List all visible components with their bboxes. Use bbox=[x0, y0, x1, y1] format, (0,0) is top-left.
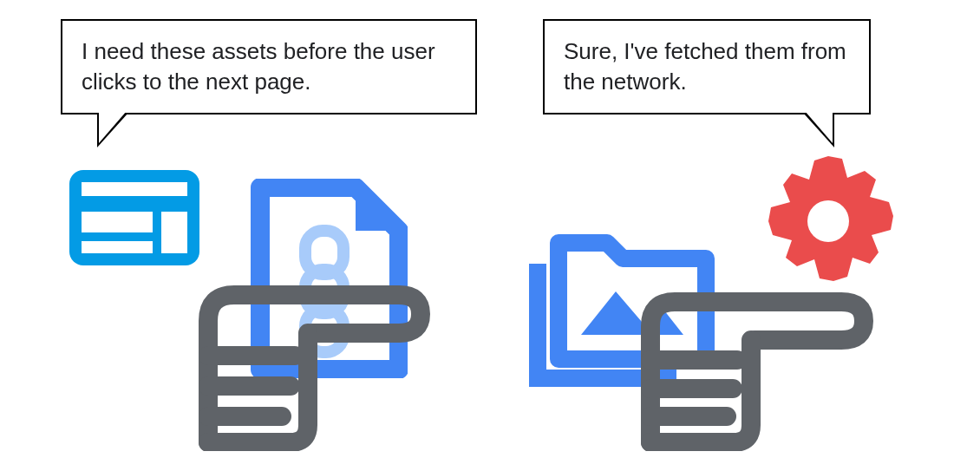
speech-text-right: Sure, I've fetched them from the network… bbox=[564, 38, 846, 95]
svg-rect-2 bbox=[82, 212, 153, 232]
speech-bubble-left: I need these assets before the user clic… bbox=[61, 19, 477, 114]
svg-rect-4 bbox=[82, 241, 153, 253]
svg-rect-1 bbox=[82, 182, 187, 196]
svg-rect-3 bbox=[161, 212, 187, 253]
speech-text-left: I need these assets before the user clic… bbox=[82, 38, 435, 95]
svg-point-8 bbox=[807, 200, 849, 242]
speech-bubble-right: Sure, I've fetched them from the network… bbox=[543, 19, 871, 114]
hand-pointing-right-icon bbox=[624, 260, 885, 455]
hand-pointing-left-icon bbox=[173, 252, 434, 455]
